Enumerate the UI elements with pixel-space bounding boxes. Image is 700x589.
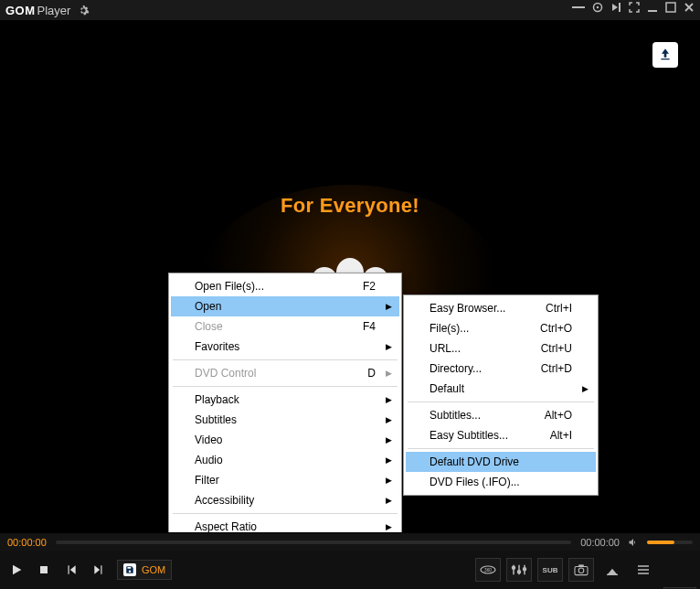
chevron-right-icon: ▶ <box>386 342 392 351</box>
menu-dvd-control: DVD ControlD▶ <box>171 363 399 383</box>
volume-slider[interactable] <box>647 541 693 544</box>
save-disk-icon <box>123 563 136 576</box>
menu-aspect[interactable]: Aspect Ratio▶ <box>171 517 399 532</box>
submenu-url[interactable]: URL...Ctrl+U <box>406 338 596 359</box>
submenu-default-label: Default <box>430 382 572 395</box>
download-badge-icon[interactable] <box>652 42 678 68</box>
chevron-right-icon: ▶ <box>386 522 392 531</box>
menu-favorites-label: Favorites <box>195 340 376 353</box>
now-playing-badge[interactable]: GOM <box>117 560 172 580</box>
seek-track[interactable] <box>56 541 571 544</box>
submenu-url-shortcut: Ctrl+U <box>530 342 572 355</box>
menu-playback[interactable]: Playback▶ <box>171 390 399 410</box>
video-stage[interactable]: For Everyone! Open File(s)...F2Open▶Clos… <box>0 20 700 532</box>
svg-rect-0 <box>572 6 585 8</box>
menu-filter-label: Filter <box>195 474 376 487</box>
vr360-button[interactable]: 360 <box>475 558 501 582</box>
menu-subtitles-label: Subtitles <box>195 413 376 426</box>
menu-separator <box>408 402 594 402</box>
open-button[interactable] <box>599 558 625 582</box>
menu-separator <box>173 359 398 360</box>
submenu-easy-subtitles-shortcut: Alt+I <box>530 429 572 442</box>
chevron-right-icon: ▶ <box>386 369 392 378</box>
menu-close: CloseF4 <box>171 316 399 337</box>
menu-accessibility[interactable]: Accessibility▶ <box>171 490 399 510</box>
menu-open-files-shortcut: F2 <box>334 280 376 293</box>
gear-icon[interactable] <box>78 5 90 16</box>
next-button[interactable] <box>90 561 108 579</box>
submenu-directory-shortcut: Ctrl+D <box>530 362 572 375</box>
menu-close-shortcut: F4 <box>334 320 376 333</box>
menu-close-label: Close <box>195 320 312 333</box>
submenu-directory[interactable]: Directory...Ctrl+D <box>406 359 596 379</box>
stop-button[interactable] <box>35 561 53 579</box>
svg-rect-17 <box>578 564 584 566</box>
menu-aspect-label: Aspect Ratio <box>195 520 376 532</box>
menu-video-label: Video <box>195 434 376 446</box>
controls-bar: GOM 360 SUB <box>0 551 700 589</box>
submenu-easy-subtitles[interactable]: Easy Subtitles...Alt+I <box>406 425 596 445</box>
svg-rect-5 <box>666 3 675 12</box>
window-controls <box>572 2 695 13</box>
menu-audio[interactable]: Audio▶ <box>171 450 399 470</box>
svg-point-2 <box>597 6 599 8</box>
equalizer-button[interactable] <box>506 558 532 582</box>
svg-rect-9 <box>40 566 48 573</box>
submenu-files-shortcut: Ctrl+O <box>530 322 572 335</box>
maximize-icon[interactable] <box>665 2 676 13</box>
app-brand: GOM Player <box>5 4 70 17</box>
svg-rect-3 <box>619 3 620 12</box>
menu-video[interactable]: Video▶ <box>171 430 399 450</box>
volume-icon[interactable] <box>627 537 640 548</box>
menu-filter[interactable]: Filter▶ <box>171 470 399 490</box>
svg-point-13 <box>518 571 521 573</box>
menu-separator <box>173 386 398 387</box>
adv-1-icon[interactable] <box>572 3 585 12</box>
submenu-url-label: URL... <box>430 342 508 355</box>
svg-point-14 <box>524 568 526 571</box>
screenshot-button[interactable] <box>568 558 594 582</box>
chevron-right-icon: ▶ <box>386 496 392 505</box>
adv-2-icon[interactable] <box>592 2 603 13</box>
menu-playback-label: Playback <box>195 393 376 406</box>
svg-point-12 <box>513 566 515 569</box>
svg-rect-18 <box>607 574 618 575</box>
menu-separator <box>173 513 398 514</box>
menu-audio-label: Audio <box>195 454 376 466</box>
close-icon[interactable] <box>684 2 695 13</box>
chevron-right-icon: ▶ <box>582 384 589 393</box>
svg-text:360: 360 <box>484 568 492 573</box>
context-menu-main: Open File(s)...F2Open▶CloseF4Favorites▶D… <box>168 273 402 532</box>
submenu-files[interactable]: File(s)...Ctrl+O <box>406 318 596 338</box>
submenu-subtitles[interactable]: Subtitles...Alt+O <box>406 405 596 425</box>
submenu-easy-browser-label: Easy Browser... <box>430 302 508 315</box>
minimize-icon[interactable] <box>647 2 658 13</box>
sub-button[interactable]: SUB <box>537 558 563 582</box>
submenu-subtitles-shortcut: Alt+O <box>530 409 572 422</box>
menu-dvd-control-label: DVD Control <box>195 367 312 380</box>
chevron-right-icon: ▶ <box>386 435 392 444</box>
time-elapsed: 00:00:00 <box>7 537 47 548</box>
submenu-default[interactable]: Default▶ <box>406 379 596 399</box>
submenu-default-dvd[interactable]: Default DVD Drive <box>406 452 596 472</box>
submenu-dvd-files[interactable]: DVD Files (.IFO)... <box>406 472 596 492</box>
seek-right-cluster: 00:00:00 <box>580 537 693 548</box>
adv-3-icon[interactable] <box>610 2 621 13</box>
play-button[interactable] <box>7 561 26 579</box>
brand-gom: GOM <box>5 4 36 17</box>
menu-open-files[interactable]: Open File(s)...F2 <box>171 276 399 296</box>
submenu-easy-subtitles-label: Easy Subtitles... <box>430 429 508 442</box>
fullscreen-icon[interactable] <box>629 2 640 13</box>
menu-dvd-control-shortcut: D <box>334 367 376 380</box>
menu-open-sub[interactable]: Open▶ <box>171 296 399 316</box>
menu-favorites[interactable]: Favorites▶ <box>171 337 399 357</box>
submenu-files-label: File(s)... <box>430 322 508 335</box>
playlist-button[interactable] <box>631 558 656 582</box>
chevron-right-icon: ▶ <box>386 395 392 404</box>
menu-subtitles[interactable]: Subtitles▶ <box>171 410 399 430</box>
chevron-right-icon: ▶ <box>386 302 392 311</box>
submenu-easy-browser[interactable]: Easy Browser...Ctrl+I <box>406 298 596 318</box>
chevron-right-icon: ▶ <box>386 476 392 485</box>
prev-button[interactable] <box>62 561 80 579</box>
submenu-easy-browser-shortcut: Ctrl+I <box>530 302 572 315</box>
